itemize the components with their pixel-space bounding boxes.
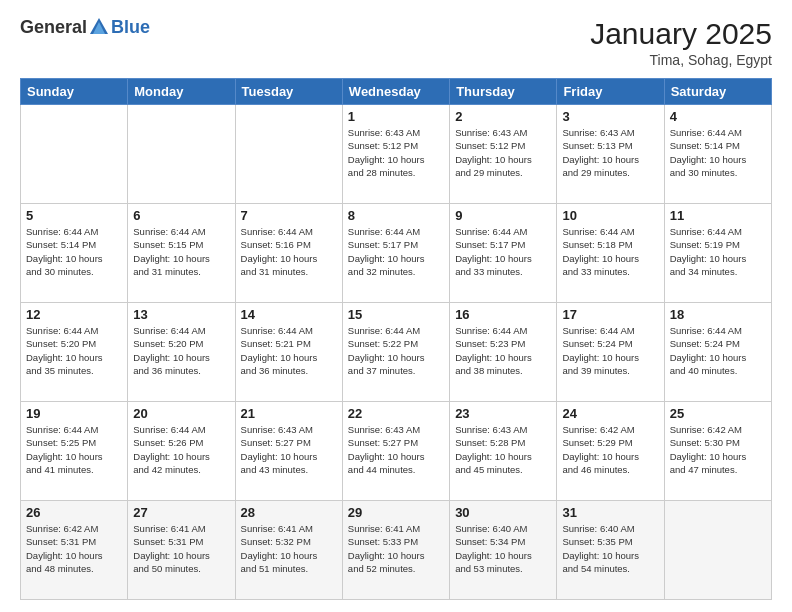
table-cell: 30Sunrise: 6:40 AM Sunset: 5:34 PM Dayli… (450, 501, 557, 600)
day-info: Sunrise: 6:44 AM Sunset: 5:17 PM Dayligh… (348, 225, 444, 278)
day-number: 11 (670, 208, 766, 223)
day-number: 28 (241, 505, 337, 520)
logo: General Blue (20, 16, 150, 38)
day-info: Sunrise: 6:44 AM Sunset: 5:17 PM Dayligh… (455, 225, 551, 278)
day-number: 8 (348, 208, 444, 223)
day-number: 19 (26, 406, 122, 421)
day-info: Sunrise: 6:43 AM Sunset: 5:12 PM Dayligh… (348, 126, 444, 179)
table-cell: 5Sunrise: 6:44 AM Sunset: 5:14 PM Daylig… (21, 204, 128, 303)
header-tuesday: Tuesday (235, 79, 342, 105)
day-info: Sunrise: 6:43 AM Sunset: 5:27 PM Dayligh… (241, 423, 337, 476)
table-cell (664, 501, 771, 600)
weekday-header-row: Sunday Monday Tuesday Wednesday Thursday… (21, 79, 772, 105)
table-cell: 4Sunrise: 6:44 AM Sunset: 5:14 PM Daylig… (664, 105, 771, 204)
day-number: 21 (241, 406, 337, 421)
day-number: 17 (562, 307, 658, 322)
table-cell: 24Sunrise: 6:42 AM Sunset: 5:29 PM Dayli… (557, 402, 664, 501)
header-sunday: Sunday (21, 79, 128, 105)
day-number: 6 (133, 208, 229, 223)
day-number: 14 (241, 307, 337, 322)
day-number: 29 (348, 505, 444, 520)
header-monday: Monday (128, 79, 235, 105)
day-info: Sunrise: 6:44 AM Sunset: 5:20 PM Dayligh… (26, 324, 122, 377)
day-info: Sunrise: 6:40 AM Sunset: 5:35 PM Dayligh… (562, 522, 658, 575)
day-info: Sunrise: 6:44 AM Sunset: 5:18 PM Dayligh… (562, 225, 658, 278)
day-number: 1 (348, 109, 444, 124)
location-title: Tima, Sohag, Egypt (590, 52, 772, 68)
table-cell: 13Sunrise: 6:44 AM Sunset: 5:20 PM Dayli… (128, 303, 235, 402)
table-cell (128, 105, 235, 204)
table-cell (21, 105, 128, 204)
day-number: 24 (562, 406, 658, 421)
table-cell: 11Sunrise: 6:44 AM Sunset: 5:19 PM Dayli… (664, 204, 771, 303)
month-title: January 2025 (590, 16, 772, 52)
calendar-week-row: 1Sunrise: 6:43 AM Sunset: 5:12 PM Daylig… (21, 105, 772, 204)
day-number: 16 (455, 307, 551, 322)
table-cell: 31Sunrise: 6:40 AM Sunset: 5:35 PM Dayli… (557, 501, 664, 600)
table-cell: 27Sunrise: 6:41 AM Sunset: 5:31 PM Dayli… (128, 501, 235, 600)
day-number: 23 (455, 406, 551, 421)
day-info: Sunrise: 6:42 AM Sunset: 5:29 PM Dayligh… (562, 423, 658, 476)
header-saturday: Saturday (664, 79, 771, 105)
day-number: 18 (670, 307, 766, 322)
table-cell: 10Sunrise: 6:44 AM Sunset: 5:18 PM Dayli… (557, 204, 664, 303)
table-cell: 17Sunrise: 6:44 AM Sunset: 5:24 PM Dayli… (557, 303, 664, 402)
table-cell: 29Sunrise: 6:41 AM Sunset: 5:33 PM Dayli… (342, 501, 449, 600)
logo-icon (88, 16, 110, 38)
table-cell: 6Sunrise: 6:44 AM Sunset: 5:15 PM Daylig… (128, 204, 235, 303)
day-number: 15 (348, 307, 444, 322)
calendar-week-row: 5Sunrise: 6:44 AM Sunset: 5:14 PM Daylig… (21, 204, 772, 303)
day-info: Sunrise: 6:44 AM Sunset: 5:20 PM Dayligh… (133, 324, 229, 377)
day-info: Sunrise: 6:41 AM Sunset: 5:33 PM Dayligh… (348, 522, 444, 575)
calendar-week-row: 19Sunrise: 6:44 AM Sunset: 5:25 PM Dayli… (21, 402, 772, 501)
table-cell: 22Sunrise: 6:43 AM Sunset: 5:27 PM Dayli… (342, 402, 449, 501)
day-info: Sunrise: 6:42 AM Sunset: 5:31 PM Dayligh… (26, 522, 122, 575)
table-cell (235, 105, 342, 204)
table-cell: 19Sunrise: 6:44 AM Sunset: 5:25 PM Dayli… (21, 402, 128, 501)
day-number: 10 (562, 208, 658, 223)
calendar-page: General Blue January 2025 Tima, Sohag, E… (0, 0, 792, 612)
day-number: 12 (26, 307, 122, 322)
day-number: 26 (26, 505, 122, 520)
calendar-week-row: 12Sunrise: 6:44 AM Sunset: 5:20 PM Dayli… (21, 303, 772, 402)
header: General Blue January 2025 Tima, Sohag, E… (20, 16, 772, 68)
table-cell: 16Sunrise: 6:44 AM Sunset: 5:23 PM Dayli… (450, 303, 557, 402)
day-number: 4 (670, 109, 766, 124)
table-cell: 21Sunrise: 6:43 AM Sunset: 5:27 PM Dayli… (235, 402, 342, 501)
calendar-table: Sunday Monday Tuesday Wednesday Thursday… (20, 78, 772, 600)
day-info: Sunrise: 6:44 AM Sunset: 5:21 PM Dayligh… (241, 324, 337, 377)
day-number: 25 (670, 406, 766, 421)
day-number: 7 (241, 208, 337, 223)
day-info: Sunrise: 6:43 AM Sunset: 5:27 PM Dayligh… (348, 423, 444, 476)
day-number: 20 (133, 406, 229, 421)
table-cell: 14Sunrise: 6:44 AM Sunset: 5:21 PM Dayli… (235, 303, 342, 402)
table-cell: 28Sunrise: 6:41 AM Sunset: 5:32 PM Dayli… (235, 501, 342, 600)
table-cell: 8Sunrise: 6:44 AM Sunset: 5:17 PM Daylig… (342, 204, 449, 303)
table-cell: 25Sunrise: 6:42 AM Sunset: 5:30 PM Dayli… (664, 402, 771, 501)
table-cell: 18Sunrise: 6:44 AM Sunset: 5:24 PM Dayli… (664, 303, 771, 402)
day-number: 31 (562, 505, 658, 520)
header-thursday: Thursday (450, 79, 557, 105)
day-number: 9 (455, 208, 551, 223)
day-info: Sunrise: 6:44 AM Sunset: 5:23 PM Dayligh… (455, 324, 551, 377)
day-number: 22 (348, 406, 444, 421)
day-info: Sunrise: 6:44 AM Sunset: 5:19 PM Dayligh… (670, 225, 766, 278)
table-cell: 20Sunrise: 6:44 AM Sunset: 5:26 PM Dayli… (128, 402, 235, 501)
calendar-week-row: 26Sunrise: 6:42 AM Sunset: 5:31 PM Dayli… (21, 501, 772, 600)
day-number: 30 (455, 505, 551, 520)
day-number: 5 (26, 208, 122, 223)
table-cell: 9Sunrise: 6:44 AM Sunset: 5:17 PM Daylig… (450, 204, 557, 303)
day-info: Sunrise: 6:40 AM Sunset: 5:34 PM Dayligh… (455, 522, 551, 575)
day-number: 3 (562, 109, 658, 124)
table-cell: 3Sunrise: 6:43 AM Sunset: 5:13 PM Daylig… (557, 105, 664, 204)
day-info: Sunrise: 6:44 AM Sunset: 5:26 PM Dayligh… (133, 423, 229, 476)
day-info: Sunrise: 6:44 AM Sunset: 5:16 PM Dayligh… (241, 225, 337, 278)
day-info: Sunrise: 6:41 AM Sunset: 5:32 PM Dayligh… (241, 522, 337, 575)
day-info: Sunrise: 6:44 AM Sunset: 5:24 PM Dayligh… (670, 324, 766, 377)
day-info: Sunrise: 6:44 AM Sunset: 5:14 PM Dayligh… (26, 225, 122, 278)
day-info: Sunrise: 6:43 AM Sunset: 5:13 PM Dayligh… (562, 126, 658, 179)
day-info: Sunrise: 6:44 AM Sunset: 5:15 PM Dayligh… (133, 225, 229, 278)
title-block: January 2025 Tima, Sohag, Egypt (590, 16, 772, 68)
header-friday: Friday (557, 79, 664, 105)
day-info: Sunrise: 6:44 AM Sunset: 5:25 PM Dayligh… (26, 423, 122, 476)
